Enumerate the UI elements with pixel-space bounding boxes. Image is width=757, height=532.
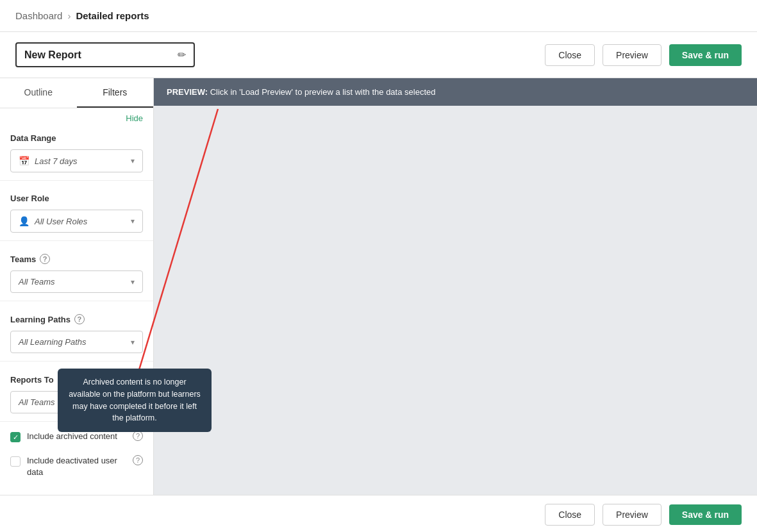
report-name-wrapper: ✏ [15, 42, 195, 67]
save-run-button-top[interactable]: Save & run [669, 44, 742, 66]
report-name-input[interactable] [24, 49, 172, 61]
header-row: ✏ Close Preview Save & run [0, 32, 757, 78]
include-archived-row: Include archived content ? [0, 424, 153, 449]
close-button-bottom[interactable]: Close [545, 504, 595, 526]
breadcrumb-separator: › [67, 10, 71, 21]
edit-icon[interactable]: ✏ [178, 49, 186, 61]
user-role-select[interactable]: 👤 All User Roles ▾ [10, 210, 143, 233]
chevron-down-icon: ▾ [131, 278, 135, 287]
preview-banner: PREVIEW: Click in 'Load Preview' to prev… [154, 78, 757, 106]
reports-to-help-icon[interactable]: ? [58, 374, 68, 385]
include-archived-checkbox[interactable] [10, 432, 21, 442]
data-range-label: Data Range [10, 133, 143, 143]
hide-link[interactable]: Hide [0, 108, 153, 123]
data-range-select[interactable]: 📅 Last 7 days ▾ [10, 149, 143, 172]
include-archived-label: Include archived content [27, 431, 117, 442]
include-archived-help-icon[interactable]: ? [133, 431, 143, 441]
page-title: Detailed reports [76, 10, 149, 21]
teams-select[interactable]: All Teams ▾ [10, 270, 143, 293]
tab-filters[interactable]: Filters [77, 78, 154, 108]
reports-to-select[interactable]: All Teams ▾ [10, 391, 143, 413]
chevron-down-icon: ▾ [131, 398, 135, 407]
include-deactivated-row: Include deactivated user data ? [0, 449, 153, 485]
teams-section: Teams ? All Teams ▾ [0, 244, 153, 298]
main-content: Outline Filters Hide Data Range 📅 Last 7… [0, 78, 757, 495]
header-actions: Close Preview Save & run [545, 44, 742, 66]
close-button-top[interactable]: Close [545, 44, 595, 66]
preview-area: PREVIEW: Click in 'Load Preview' to prev… [154, 78, 757, 495]
preview-text: Click in 'Load Preview' to preview a lis… [208, 87, 435, 97]
chevron-down-icon: ▾ [131, 156, 135, 165]
reports-to-label: Reports To ? [10, 374, 143, 385]
reports-to-section: Reports To ? All Teams ▾ [0, 364, 153, 419]
user-role-section: User Role 👤 All User Roles ▾ [0, 183, 153, 238]
data-range-section: Data Range 📅 Last 7 days ▾ [0, 123, 153, 178]
bottom-bar: Close Preview Save & run [0, 495, 757, 532]
preview-content [154, 106, 757, 495]
preview-button-bottom[interactable]: Preview [603, 504, 661, 526]
learning-paths-help-icon[interactable]: ? [74, 314, 85, 324]
learning-paths-section: Learning Paths ? All Learning Paths ▾ [0, 304, 153, 358]
learning-paths-select[interactable]: All Learning Paths ▾ [10, 331, 143, 353]
dashboard-link[interactable]: Dashboard [15, 10, 62, 21]
save-run-button-bottom[interactable]: Save & run [669, 504, 742, 525]
include-deactivated-help-icon[interactable]: ? [133, 455, 143, 465]
chevron-down-icon: ▾ [131, 338, 135, 347]
teams-label: Teams ? [10, 254, 143, 264]
preview-prefix: PREVIEW: [167, 87, 208, 97]
include-deactivated-checkbox[interactable] [10, 456, 21, 467]
tab-outline[interactable]: Outline [0, 78, 77, 108]
sidebar: Outline Filters Hide Data Range 📅 Last 7… [0, 78, 154, 495]
tabs: Outline Filters [0, 78, 153, 108]
user-role-label: User Role [10, 194, 143, 203]
preview-button-top[interactable]: Preview [603, 44, 661, 66]
chevron-down-icon: ▾ [131, 217, 135, 226]
learning-paths-label: Learning Paths ? [10, 314, 143, 324]
teams-help-icon[interactable]: ? [40, 254, 50, 264]
include-deactivated-label: Include deactivated user data [27, 455, 126, 478]
